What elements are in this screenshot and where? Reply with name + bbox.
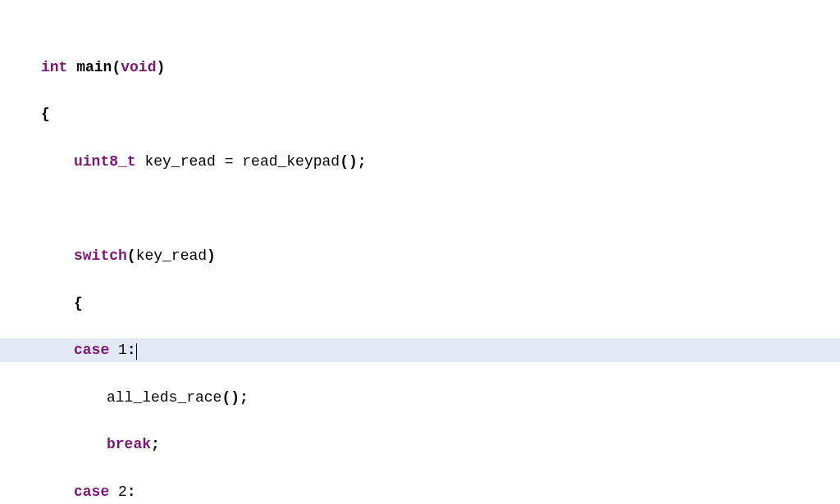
code-line: { (0, 102, 840, 126)
keyword-int: int (41, 59, 67, 75)
fn-all-leds-race: all_leds_race (107, 389, 221, 406)
code-line: switch(key_read) (0, 244, 840, 268)
keyword-case: case (74, 484, 109, 500)
keyword-switch: switch (74, 247, 127, 264)
code-line: all_leds_race(); (0, 386, 840, 410)
code-block: int main(void) { uint8_t key_read = read… (0, 8, 840, 504)
fn-read-keypad: read_keypad (242, 153, 340, 170)
code-line: int main(void) (0, 56, 840, 79)
code-line: { (0, 292, 840, 316)
text-cursor (136, 343, 137, 360)
code-line-blank (0, 197, 840, 220)
keyword-case: case (74, 342, 109, 358)
code-line: uint8_t key_read = read_keypad(); (0, 150, 840, 174)
type-uint8: uint8_t (74, 153, 136, 170)
fn-main: main (76, 59, 112, 75)
code-line-highlighted: case 1: (0, 338, 840, 362)
code-line: break; (0, 433, 840, 456)
code-line: case 2: (0, 480, 840, 504)
keyword-void: void (121, 59, 156, 75)
keyword-break: break (107, 436, 151, 452)
